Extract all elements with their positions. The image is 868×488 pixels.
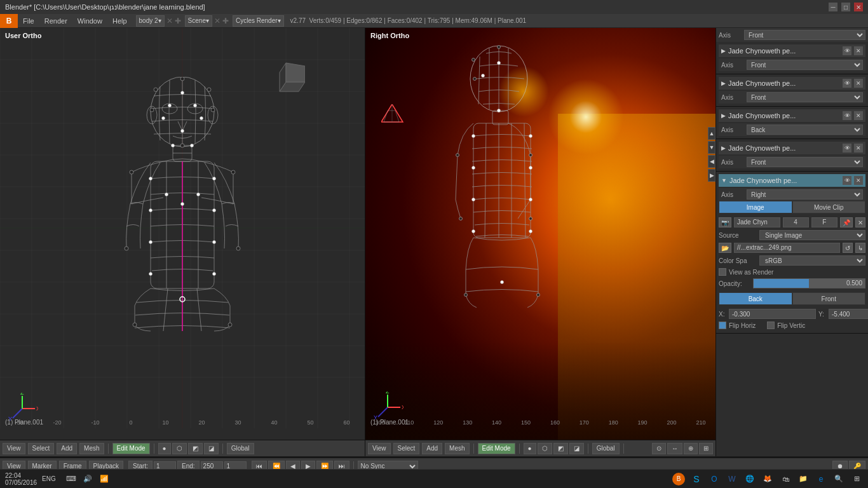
svg-text:Z: Z [20,393,24,396]
solid-shading[interactable]: ● [158,443,171,454]
wire-shading[interactable]: ⬡ [172,443,187,454]
section-4-header[interactable]: ▶ Jade Chynoweth pe... 👁 ✕ [719,142,865,154]
file-menu[interactable]: File [18,14,39,28]
right-scale-numbers: 100 110 120 130 140 150 160 170 180 190 … [365,419,715,426]
mat-shading[interactable]: ◪ [204,443,219,454]
section-2-eye[interactable]: 👁 [843,79,851,88]
maximize-button[interactable]: □ [841,3,850,11]
left-viewport[interactable]: User Ortho [0,28,365,456]
panel-arrow-right[interactable]: ▶ [708,169,715,182]
section-5-header[interactable]: ▼ Jade Chynoweth pe... 👁 ✕ [719,174,865,187]
section-1-eye[interactable]: 👁 [843,46,851,55]
chrome-icon[interactable]: 🌐 [743,473,756,485]
store-icon[interactable]: 🛍 [779,473,792,485]
add-btn-left[interactable]: Add [57,443,77,454]
section-3-eye[interactable]: 👁 [843,111,851,120]
clip-load-btn[interactable]: 📷 [719,217,731,227]
section-1-title: Jade Chynoweth pe... [728,47,843,55]
mesh-btn-left[interactable]: Mesh [79,443,104,454]
network-icon[interactable]: 📶 [98,473,111,485]
mat-shading-r[interactable]: ◪ [569,443,584,454]
section-4-eye[interactable]: 👁 [843,144,851,152]
nav-cube[interactable] [267,60,305,96]
clip-pin-btn[interactable]: 📌 [840,217,853,227]
add-btn-right[interactable]: Add [422,443,442,454]
source-select[interactable]: Single Image Image Sequence Movie [759,230,865,240]
edit-mode-btn-right[interactable]: Edit Mode [478,443,515,454]
panel-arrow-up[interactable]: ▲ [708,127,715,140]
clip-remove-btn[interactable]: ✕ [855,217,865,227]
outlook-icon[interactable]: O [708,473,721,485]
front-tab[interactable]: Front [792,292,866,305]
close-button[interactable]: ✕ [854,3,863,11]
flip-vert-checkbox[interactable] [767,322,775,329]
flip-horiz-checkbox[interactable] [719,322,726,329]
section-5-close[interactable]: ✕ [854,176,863,185]
edge-icon[interactable]: e [815,473,827,485]
scene-selector[interactable]: Scene ▾ [185,15,212,27]
movieclip-tab[interactable]: Movie Clip [792,201,866,214]
search-icon[interactable]: 🔍 [832,473,845,485]
section-4-title: Jade Chynoweth pe... [728,144,843,152]
render-menu[interactable]: Render [39,14,72,28]
tex-shading-r[interactable]: ◩ [553,443,568,454]
global-btn-left[interactable]: Global [227,443,254,454]
mesh-btn-right[interactable]: Mesh [445,443,469,454]
section-3-close[interactable]: ✕ [854,111,863,120]
right-viewport[interactable]: Right Ortho [365,28,715,456]
skype-icon[interactable]: S [690,473,703,485]
svg-point-111 [529,230,532,233]
top-axis-select[interactable]: Front Back Right Left Top Bottom [744,30,865,40]
section-2-close[interactable]: ✕ [854,79,863,88]
section-5-axis-select[interactable]: Front Back Right [747,189,863,200]
back-tab[interactable]: Back [719,292,792,305]
transform-btn[interactable]: ↔ [667,443,682,454]
edit-mode-btn-left[interactable]: Edit Mode [112,443,150,454]
y-input[interactable] [829,309,868,319]
view-btn-left[interactable]: View [3,443,25,454]
file-save-btn[interactable]: ↳ [855,243,865,253]
view-btn-right[interactable]: View [368,443,391,454]
section-2-axis-select[interactable]: Front Back Right [747,92,863,102]
panel-arrow-down[interactable]: ▼ [708,141,715,154]
render-engine-selector[interactable]: Cycles Render ▾ [233,15,284,27]
minimize-button[interactable]: ─ [829,3,837,11]
section-3-axis-select[interactable]: Front Back Right [747,125,863,135]
file-reload-btn[interactable]: ↺ [843,243,853,253]
keyboard-icon[interactable]: ⌨ [65,473,78,485]
window-menu[interactable]: Window [72,14,107,28]
files-icon[interactable]: 📁 [797,473,810,485]
global-btn-right[interactable]: Global [592,443,620,454]
blender-taskbar-icon[interactable]: B [672,473,685,485]
section-1-axis-select[interactable]: Front Back Right [747,60,863,70]
x-input[interactable] [729,309,816,319]
word-icon[interactable]: W [726,473,738,485]
speaker-icon[interactable]: 🔊 [81,473,94,485]
start-btn[interactable]: ⊞ [850,473,863,485]
select-btn-left[interactable]: Select [28,443,55,454]
view-as-render-checkbox[interactable] [719,268,726,276]
section-2-header[interactable]: ▶ Jade Chynoweth pe... 👁 ✕ [719,77,865,90]
section-1-close[interactable]: ✕ [854,46,863,55]
select-btn-right[interactable]: Select [393,443,420,454]
wire-shading-r[interactable]: ⬡ [538,443,552,454]
workspace-selector[interactable]: body 2 ▾ [136,15,165,27]
section-4-close[interactable]: ✕ [854,144,863,152]
color-space-select[interactable]: sRGB Linear [759,255,865,266]
svg-text:X: X [402,404,403,410]
section-1-header[interactable]: ▶ Jade Chynoweth pe... 👁 ✕ [719,44,865,57]
section-5-eye[interactable]: 👁 [843,176,851,185]
opacity-slider[interactable]: 0.500 [753,278,865,288]
solid-shading-r[interactable]: ● [524,443,536,454]
snap-btn[interactable]: ⊕ [684,443,698,454]
section-3-header[interactable]: ▶ Jade Chynoweth pe... 👁 ✕ [719,109,865,122]
tex-shading[interactable]: ◩ [188,443,203,454]
file-browse-btn[interactable]: 📂 [719,243,731,253]
help-menu[interactable]: Help [107,14,132,28]
firefox-icon[interactable]: 🦊 [761,473,774,485]
section-4-axis-select[interactable]: Front Back Right [747,157,863,167]
mirror-btn[interactable]: ⊞ [699,443,713,454]
proportional-btn[interactable]: ⊙ [652,443,666,454]
panel-arrow-left[interactable]: ◀ [708,155,715,168]
image-tab[interactable]: Image [719,201,792,214]
